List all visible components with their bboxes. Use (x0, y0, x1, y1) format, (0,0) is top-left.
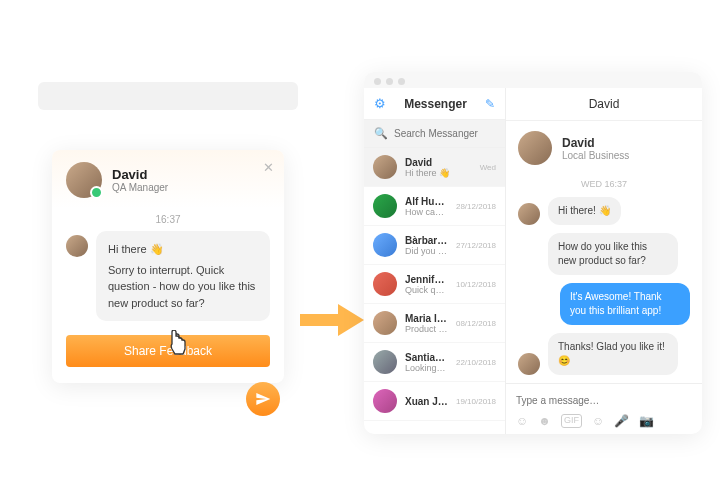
mic-icon[interactable]: 🎤 (614, 414, 629, 428)
widget-message-text: Sorry to interrupt. Quick question - how… (108, 262, 258, 312)
profile-name: David (562, 136, 629, 150)
message-row: Hi there! 👋 (506, 197, 702, 233)
conversation-item[interactable]: DavidHi there 👋Wed (364, 148, 505, 187)
conversation-name: Santiago… (405, 352, 448, 363)
conversation-preview: Hi there 👋 (405, 168, 472, 178)
message-row: How do you like this new product so far? (506, 233, 702, 283)
message-bubble: How do you like this new product so far? (548, 233, 678, 275)
conversation-name: Maria Illes… (405, 313, 448, 324)
conversation-time: 10/12/2018 (456, 280, 496, 289)
avatar (518, 131, 552, 165)
conversation-time: 28/12/2018 (456, 202, 496, 211)
message-row: Thanks! Glad you like it! 😊 (506, 333, 702, 383)
compose-icon[interactable]: ✎ (485, 97, 495, 111)
messenger-app: ⚙ Messenger ✎ 🔍 DavidHi there 👋WedAlf Hu… (364, 72, 702, 434)
message-bubble: Thanks! Glad you like it! 😊 (548, 333, 678, 375)
message-row: It's Awesome! Thank you this brilliant a… (506, 283, 702, 333)
day-separator: WED 16:37 (506, 179, 702, 189)
conversation-preview: Product so far… (405, 324, 448, 334)
conversation-item[interactable]: Bàrbara Co…Did you know that…27/12/2018 (364, 226, 505, 265)
conversation-name: Alf Huncoot (405, 196, 448, 207)
conversation-item[interactable]: Xuan Jingyi19/10/2018 (364, 382, 505, 421)
smile-icon[interactable]: ☺ (592, 414, 604, 428)
avatar-small (66, 235, 88, 257)
sticker-icon[interactable]: ☺ (516, 414, 528, 428)
conversation-name: Xuan Jingyi (405, 396, 448, 407)
widget-agent-role: QA Manager (112, 182, 168, 193)
avatar (373, 350, 397, 374)
widget-header: David QA Manager ✕ (52, 150, 284, 208)
conversation-name: Jennifer Re… (405, 274, 448, 285)
placeholder-shimmer (38, 82, 298, 110)
sidebar-title: Messenger (404, 97, 467, 111)
conversation-time: Wed (480, 163, 496, 172)
camera-icon[interactable]: 📷 (639, 414, 654, 428)
conversation-item[interactable]: Santiago…Looking for a place…22/10/2018 (364, 343, 505, 382)
close-icon[interactable]: ✕ (263, 160, 274, 175)
search-input[interactable] (394, 128, 495, 139)
pointer-cursor-icon (166, 330, 188, 361)
conversation-preview: Did you know that… (405, 246, 448, 256)
conversation-name: David (405, 157, 472, 168)
avatar (373, 233, 397, 257)
conversation-item[interactable]: Jennifer Re…Quick question - how10/12/20… (364, 265, 505, 304)
avatar (373, 155, 397, 179)
paper-plane-icon (255, 391, 271, 407)
search-icon: 🔍 (374, 127, 388, 140)
avatar (373, 389, 397, 413)
gif-icon[interactable]: GIF (561, 414, 582, 428)
window-titlebar (364, 72, 702, 88)
avatar-small (518, 353, 540, 375)
composer: ☺ ☻ GIF ☺ 🎤 📷 (506, 383, 702, 434)
widget-message-bubble: Hi there 👋 Sorry to interrupt. Quick que… (96, 231, 270, 321)
chat-profile: David Local Business (506, 121, 702, 175)
chat-pane: David David Local Business WED 16:37 Hi … (506, 88, 702, 434)
conversation-preview: Looking for a place… (405, 363, 448, 373)
message-input[interactable] (516, 395, 692, 406)
avatar (373, 272, 397, 296)
conversation-time: 27/12/2018 (456, 241, 496, 250)
message-list: Hi there! 👋How do you like this new prod… (506, 197, 702, 383)
avatar-small (518, 203, 540, 225)
conversation-preview: How can I help you? (405, 207, 448, 217)
conversation-item[interactable]: Maria Illes…Product so far…08/12/2018 (364, 304, 505, 343)
chat-header-title: David (506, 88, 702, 121)
avatar (66, 162, 102, 198)
search-bar[interactable]: 🔍 (364, 120, 505, 148)
widget-agent-name: David (112, 167, 168, 182)
widget-greeting: Hi there 👋 (108, 241, 258, 258)
gear-icon[interactable]: ⚙ (374, 96, 386, 111)
widget-timestamp: 16:37 (52, 214, 284, 225)
conversation-item[interactable]: Alf HuncootHow can I help you?28/12/2018 (364, 187, 505, 226)
arrow-right-icon (300, 300, 364, 340)
avatar (373, 194, 397, 218)
conversation-sidebar: ⚙ Messenger ✎ 🔍 DavidHi there 👋WedAlf Hu… (364, 88, 506, 434)
message-bubble: It's Awesome! Thank you this brilliant a… (560, 283, 690, 325)
profile-subtitle: Local Business (562, 150, 629, 161)
conversation-list: DavidHi there 👋WedAlf HuncootHow can I h… (364, 148, 505, 434)
emoji-icon[interactable]: ☻ (538, 414, 551, 428)
conversation-name: Bàrbara Co… (405, 235, 448, 246)
conversation-time: 22/10/2018 (456, 358, 496, 367)
conversation-time: 19/10/2018 (456, 397, 496, 406)
conversation-time: 08/12/2018 (456, 319, 496, 328)
send-launcher-button[interactable] (246, 382, 280, 416)
conversation-preview: Quick question - how (405, 285, 448, 295)
message-bubble: Hi there! 👋 (548, 197, 621, 225)
avatar (373, 311, 397, 335)
